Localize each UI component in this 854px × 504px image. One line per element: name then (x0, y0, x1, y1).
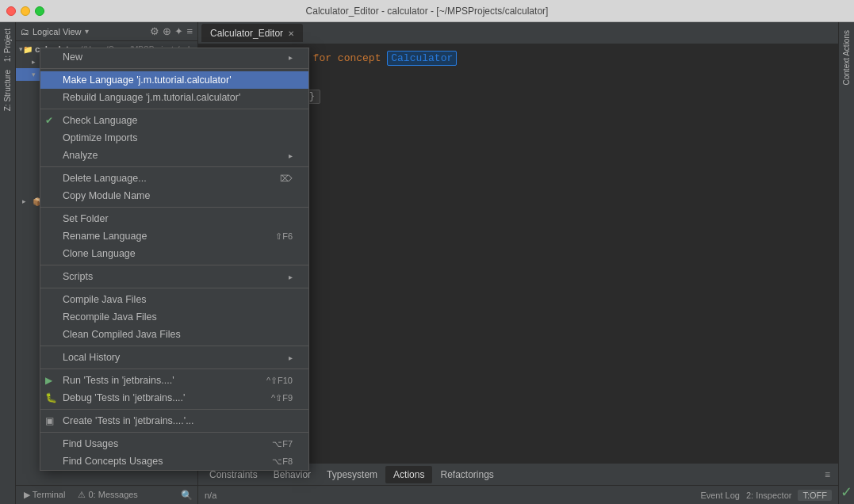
menu-item-clean-java[interactable]: Clean Compiled Java Files (40, 326, 308, 343)
local-history-submenu-arrow: ▸ (289, 353, 293, 362)
menu-separator-3 (40, 166, 308, 167)
debug-icon: 🐛 (45, 392, 57, 403)
run-shortcut: ^⇧F10 (266, 376, 293, 386)
menu-separator-2 (40, 109, 308, 109)
menu-item-copy-module-name[interactable]: Copy Module Name (40, 187, 308, 204)
logical-view-icon: 🗂 (21, 27, 29, 36)
menu-item-analyze[interactable]: Analyze ▸ (40, 147, 308, 164)
sidebar-header: 🗂 Logical View ▾ ⚙ ⊕ ✦ ≡ (16, 22, 197, 41)
sort-icon[interactable]: ≡ (186, 25, 193, 37)
menu-item-check-language[interactable]: ✔ Check Language (40, 112, 308, 129)
event-log-link[interactable]: Event Log (700, 491, 740, 500)
messages-tab[interactable]: ⚠ 0: Messages (75, 488, 140, 502)
status-position: n/a (205, 491, 216, 500)
gear-icon[interactable]: ✦ (174, 25, 183, 37)
terminal-icon: ▶ (24, 490, 30, 499)
debug-shortcut: ^⇧F9 (271, 393, 293, 403)
context-actions-tab[interactable]: Context Actions (841, 25, 852, 90)
menu-item-find-concepts-usages[interactable]: Find Concepts Usages ⌥F8 (40, 452, 308, 470)
scripts-submenu-arrow: ▸ (289, 273, 293, 281)
context-menu: New ▸ Make Language 'j.m.tutorial.calcul… (40, 48, 309, 471)
menu-item-set-folder[interactable]: Set Folder (40, 210, 308, 227)
toggle-button[interactable]: T:OFF (798, 490, 832, 501)
menu-item-make-language[interactable]: Make Language 'j.m.tutorial.calculator' (40, 71, 308, 89)
sidebar-bottom: ▶ Terminal ⚠ 0: Messages 🔍 (16, 485, 197, 504)
menu-separator-10 (40, 432, 308, 433)
code-line-5: <model> (224, 128, 829, 144)
sidebar-toolbar: ⚙ ⊕ ✦ ≡ (150, 25, 193, 37)
tab-typesystem[interactable]: Typesystem (319, 466, 385, 483)
menu-item-rebuild-language[interactable]: Rebuild Language 'j.m.tutorial.calculato… (40, 89, 308, 106)
settings-icon[interactable]: ⚙ (150, 25, 159, 37)
menu-item-delete-language[interactable]: Delete Language... ⌦ (40, 170, 308, 187)
menu-separator-6 (40, 288, 308, 288)
find-concepts-shortcut: ⌥F8 (272, 456, 293, 467)
window-title: Calculator_Editor - calculator - [~/MPSP… (306, 6, 549, 17)
terminal-tab[interactable]: ▶ Terminal (21, 488, 68, 502)
menu-item-scripts[interactable]: Scripts ▸ (40, 268, 308, 285)
status-right: Event Log 2: Inspector T:OFF (700, 490, 832, 501)
menu-separator-8 (40, 368, 308, 369)
rename-shortcut: ⇧F6 (275, 231, 293, 242)
close-button[interactable] (6, 6, 16, 16)
minimize-button[interactable] (21, 6, 30, 16)
create-icon: ▣ (45, 415, 54, 426)
menu-item-recompile-java[interactable]: Recompile Java Files (40, 308, 308, 326)
tab-actions[interactable]: Actions (385, 466, 432, 483)
menu-separator-7 (40, 346, 308, 346)
search-icon[interactable]: 🔍 (181, 490, 193, 501)
menu-item-debug-tests[interactable]: 🐛 Debug 'Tests in 'jetbrains....' ^⇧F9 (40, 389, 308, 407)
menu-item-new[interactable]: New ▸ (40, 48, 308, 66)
menu-separator-4 (40, 207, 308, 208)
menu-separator-9 (40, 409, 308, 410)
menu-item-local-history[interactable]: Local History ▸ (40, 349, 308, 366)
editor-tabs: Calculator_Editor ✕ (198, 22, 838, 44)
menu-item-find-usages[interactable]: Find Usages ⌥F7 (40, 435, 308, 452)
folder-icon: 📁 (23, 44, 33, 55)
left-tabs: 1: Project Z: Structure (0, 22, 16, 504)
menu-item-run-tests[interactable]: ▶ Run 'Tests in 'jetbrains....' ^⇧F10 (40, 372, 308, 389)
sidebar-title: 🗂 Logical View ▾ (21, 27, 89, 36)
structure-tab[interactable]: Z: Structure (2, 67, 13, 114)
context-menu-overlay: New ▸ Make Language 'j.m.tutorial.calcul… (40, 48, 309, 471)
tab-close-button[interactable]: ✕ (288, 29, 294, 38)
run-icon: ▶ (45, 375, 52, 386)
right-tabs: Context Actions ✓ (838, 22, 854, 504)
find-usages-shortcut: ⌥F7 (272, 439, 293, 449)
scope-icon[interactable]: ⊕ (163, 25, 171, 37)
tab-refactorings[interactable]: Refactorings (432, 466, 501, 483)
checkmark-icon: ✓ (841, 483, 852, 501)
menu-item-compile-java[interactable]: Compile Java Files (40, 291, 308, 308)
tab-label: Calculator_Editor (210, 28, 283, 39)
menu-item-rename-language[interactable]: Rename Language ⇧F6 (40, 227, 308, 245)
sidebar-dropdown-arrow[interactable]: ▾ (85, 27, 89, 36)
title-bar: Calculator_Editor - calculator - [~/MPSP… (0, 0, 854, 22)
inspector-link[interactable]: 2: Inspector (746, 491, 791, 500)
submenu-arrow: ▸ (289, 53, 293, 62)
status-bar: n/a Event Log 2: Inspector T:OFF (198, 485, 838, 504)
menu-item-clone-language[interactable]: Clone Language (40, 245, 308, 262)
traffic-lights[interactable] (6, 6, 44, 16)
editor-tab-calculator[interactable]: Calculator_Editor ✕ (201, 24, 303, 42)
delete-icon: ⌦ (280, 174, 293, 184)
code-line-3: { name } { -| } (224, 89, 829, 105)
check-icon: ✔ (45, 115, 53, 126)
maximize-button[interactable] (35, 6, 44, 16)
menu-item-create-tests[interactable]: ▣ Create 'Tests in 'jetbrains....'... (40, 412, 308, 430)
analyze-submenu-arrow: ▸ (289, 151, 293, 160)
project-tab[interactable]: 1: Project (2, 25, 13, 65)
menu-separator-5 (40, 265, 308, 265)
menu-separator (40, 68, 308, 69)
menu-icon[interactable]: ≡ (820, 469, 835, 480)
expand-arrow[interactable]: ▸ (22, 197, 32, 205)
menu-item-optimize-imports[interactable]: Optimize Imports (40, 129, 308, 147)
messages-icon: ⚠ (78, 490, 86, 499)
